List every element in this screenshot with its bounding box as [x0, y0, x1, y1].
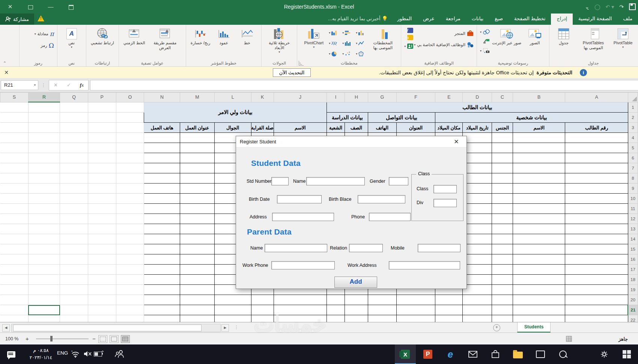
cell-D19[interactable] [463, 285, 492, 295]
equation-button[interactable]: πمعادلة▾ [35, 30, 54, 38]
zoom-slider[interactable] [36, 338, 89, 339]
cell-N11[interactable] [144, 204, 180, 214]
confirm-entry-icon[interactable]: ✓ [62, 82, 75, 88]
ribbon-tab-5[interactable]: بيانات [466, 14, 489, 25]
cell-N10[interactable] [144, 194, 180, 204]
cell-A11[interactable] [565, 204, 628, 214]
cell-S14[interactable] [0, 234, 29, 244]
column-header-I[interactable]: I [327, 93, 345, 102]
cell-C10[interactable] [492, 194, 513, 204]
header-col-7[interactable]: الهاتف [368, 123, 396, 133]
scroll-left-icon[interactable]: ◀ [2, 324, 10, 332]
cell-R9[interactable] [28, 184, 60, 194]
cell-R14[interactable] [28, 234, 60, 244]
cell-I21[interactable] [327, 305, 345, 315]
cell-A15[interactable] [565, 244, 628, 254]
cell-A8[interactable] [565, 173, 628, 184]
cell-B17[interactable] [513, 265, 565, 275]
cell-O8[interactable] [116, 173, 144, 184]
cell-Q3[interactable] [60, 123, 88, 133]
cell-Q19[interactable] [60, 285, 88, 295]
header-col-1[interactable]: عنوان العمل [180, 123, 215, 133]
column-header-P[interactable]: P [88, 93, 116, 102]
work-address-field[interactable] [389, 261, 460, 269]
cell-S11[interactable] [0, 204, 29, 214]
cell-G22[interactable] [368, 315, 396, 322]
cell-A6[interactable] [565, 153, 628, 163]
people-graph-icon[interactable]: ▾ [404, 42, 413, 50]
cell-S15[interactable] [0, 244, 29, 254]
cell-A9[interactable] [565, 184, 628, 194]
notification-close-icon[interactable]: ✕ [0, 69, 13, 75]
cell-S4[interactable] [0, 133, 29, 143]
ribbon-tab-4[interactable]: صيغ [489, 14, 509, 25]
header-col-4[interactable]: الاسم [274, 123, 327, 133]
std-number-field[interactable] [271, 177, 289, 185]
tab-splitter[interactable]: ⋮ [231, 325, 242, 330]
cell-O9[interactable] [116, 184, 144, 194]
column-header-C[interactable]: C [492, 93, 513, 102]
ribbon-tab-8[interactable]: المطور [391, 14, 417, 25]
name-field[interactable] [306, 177, 365, 185]
header-col-2[interactable]: الجوال [214, 123, 251, 133]
cell-S18[interactable] [0, 275, 29, 285]
ribbon-tab-2[interactable]: إدراج [551, 14, 573, 25]
relation-field[interactable] [349, 244, 383, 252]
cell-R3[interactable] [28, 123, 60, 133]
column-header-H[interactable]: H [345, 93, 368, 102]
volume-muted-icon[interactable] [83, 350, 92, 357]
add-button[interactable]: Add [334, 277, 377, 288]
cell-A12[interactable] [565, 214, 628, 224]
cell-D10[interactable] [463, 194, 492, 204]
cell-O6[interactable] [116, 153, 144, 163]
row-header-7[interactable]: 7 [628, 163, 638, 173]
row-header-2[interactable]: 2 [628, 113, 638, 123]
cell-B15[interactable] [513, 244, 565, 254]
row-header-15[interactable]: 15 [628, 244, 638, 254]
cell-S12[interactable] [0, 214, 29, 224]
page-layout-view-button[interactable] [110, 335, 119, 343]
cell-C6[interactable] [492, 153, 513, 163]
cell-P10[interactable] [88, 194, 116, 204]
chart-type-bar-button[interactable]: ▾ [340, 28, 353, 38]
cell-S17[interactable] [0, 265, 29, 275]
cell-Q11[interactable] [60, 204, 88, 214]
cell-N21[interactable] [144, 305, 180, 315]
cell-F21[interactable] [396, 305, 435, 315]
timeline-button[interactable]: الخط الزمني [122, 26, 147, 46]
show-hidden-icons-chevron[interactable]: ⌃ [101, 350, 105, 355]
cell-D17[interactable] [463, 265, 492, 275]
cell-R15[interactable] [28, 244, 60, 254]
my-addins-button[interactable]: الوظائف الإضافية الخاصة بي▾ [414, 41, 474, 49]
row-header-21[interactable]: 21 [628, 305, 638, 315]
row-header-17[interactable]: 17 [628, 265, 638, 275]
cell-B22[interactable] [513, 315, 565, 322]
chart-type-column-button[interactable]: ▾ [354, 28, 366, 38]
sheet-tab-students[interactable]: Students [517, 322, 551, 332]
cell-C9[interactable] [492, 184, 513, 194]
cell-D22[interactable] [463, 315, 492, 322]
cell-M20[interactable] [180, 295, 215, 305]
cell-P7[interactable] [88, 163, 116, 173]
taskbar-settings-icon[interactable] [594, 344, 615, 364]
header-study-data[interactable]: بيانات الدراسة [327, 113, 368, 123]
cell-H20[interactable] [345, 295, 368, 305]
save-icon[interactable] [629, 3, 636, 10]
cell-B7[interactable] [513, 163, 565, 173]
zoom-out-icon[interactable]: − [92, 335, 96, 342]
cell-B19[interactable] [513, 285, 565, 295]
column-header-E[interactable]: E [435, 93, 463, 102]
cell-R7[interactable] [28, 163, 60, 173]
column-header-R[interactable]: R [28, 93, 60, 102]
undo-icon[interactable]: ↶ ▾ [606, 4, 614, 10]
row-header-3[interactable]: 3 [628, 123, 638, 133]
cell-C20[interactable] [492, 295, 513, 305]
cell-B4[interactable] [513, 133, 565, 143]
insert-function-icon[interactable]: fx [75, 82, 88, 88]
cell-B14[interactable] [513, 234, 565, 244]
header-col-3[interactable]: صلة القرابة [251, 123, 274, 133]
ribbon-display-options-icon[interactable]: ⌄̱ [585, 4, 589, 10]
start-button[interactable] [616, 344, 637, 364]
phone-field[interactable] [369, 213, 411, 221]
header-contact-data[interactable]: بيانات التواصل [368, 113, 435, 123]
